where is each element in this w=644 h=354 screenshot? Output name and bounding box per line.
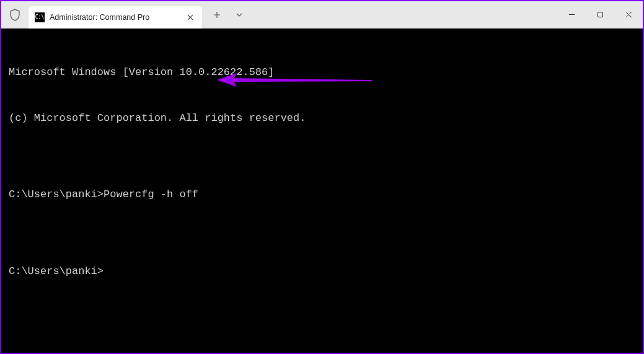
- tab-title: Administrator: Command Pro: [50, 13, 180, 22]
- terminal-prompt-line: C:\Users\panki>Powercfg -h off: [9, 187, 635, 203]
- maximize-button[interactable]: [586, 1, 614, 29]
- close-button[interactable]: [614, 1, 643, 29]
- cmd-icon: C:\: [35, 12, 45, 22]
- prompt-path: C:\Users\panki>: [9, 188, 104, 200]
- minimize-button[interactable]: [557, 1, 586, 29]
- tab-active[interactable]: C:\ Administrator: Command Pro: [29, 6, 202, 29]
- tab-dropdown-button[interactable]: [229, 5, 249, 25]
- window-controls: [557, 1, 643, 29]
- svg-rect-0: [598, 12, 602, 17]
- titlebar: C:\ Administrator: Command Pro: [1, 1, 643, 29]
- prompt-path: C:\Users\panki>: [9, 265, 104, 277]
- shield-icon: [1, 1, 29, 29]
- tab-close-button[interactable]: [185, 12, 196, 23]
- terminal-output-line: (c) Microsoft Corporation. All rights re…: [9, 111, 635, 126]
- terminal-prompt-line: C:\Users\panki>: [9, 264, 635, 280]
- tabbar-actions: [207, 5, 249, 25]
- new-tab-button[interactable]: [207, 5, 227, 25]
- terminal-area[interactable]: Microsoft Windows [Version 10.0.22622.58…: [1, 29, 643, 353]
- terminal-output-line: Microsoft Windows [Version 10.0.22622.58…: [9, 65, 635, 81]
- prompt-command: Powercfg -h off: [104, 188, 198, 200]
